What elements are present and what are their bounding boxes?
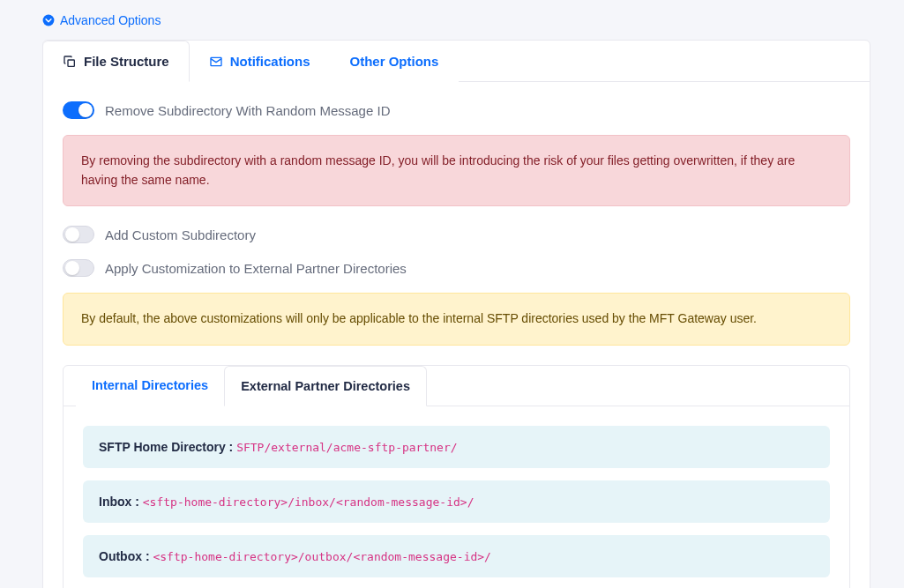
directory-subtabs: Internal Directories External Partner Di… (63, 365, 850, 588)
toggle-row-add-custom: Add Custom Subdirectory (63, 226, 850, 243)
path-label: Outbox : (99, 549, 150, 563)
tab-label: Other Options (350, 54, 439, 69)
toggle-label: Remove Subdirectory With Random Message … (105, 103, 390, 118)
path-box-home: SFTP Home Directory : SFTP/external/acme… (83, 426, 830, 468)
svg-rect-1 (68, 60, 74, 66)
toggle-knob (65, 261, 79, 275)
subtab-internal-directories[interactable]: Internal Directories (76, 366, 224, 406)
copy-icon (63, 55, 77, 69)
path-box-inbox: Inbox : <sftp-home-directory>/inbox/<ran… (83, 480, 830, 523)
tab-label: File Structure (84, 54, 169, 69)
toggle-knob (78, 103, 93, 117)
path-label: SFTP Home Directory : (99, 440, 233, 454)
path-label: Inbox : (99, 495, 139, 509)
tab-file-structure[interactable]: File Structure (43, 41, 190, 82)
tabs-container: File Structure Notifications Other Optio… (42, 40, 870, 588)
alert-default-scope: By default, the above customizations wil… (63, 293, 850, 346)
alert-overwrite-risk: By removing the subdirectory with a rand… (63, 135, 850, 206)
toggle-remove-subdirectory[interactable] (63, 101, 94, 119)
tab-notifications[interactable]: Notifications (190, 41, 331, 82)
toggle-apply-external[interactable] (63, 259, 94, 277)
toggle-label: Add Custom Subdirectory (105, 227, 256, 242)
tab-body-file-structure: Remove Subdirectory With Random Message … (43, 82, 870, 588)
chevron-down-icon (42, 14, 55, 26)
subtab-external-partner-directories[interactable]: External Partner Directories (224, 366, 427, 406)
advanced-options-label: Advanced Options (60, 13, 161, 27)
tabs-bar: File Structure Notifications Other Optio… (43, 41, 870, 82)
toggle-row-apply-external: Apply Customization to External Partner … (63, 259, 850, 277)
tab-label: Notifications (230, 54, 310, 69)
toggle-label: Apply Customization to External Partner … (105, 261, 407, 276)
subtabs-bar: Internal Directories External Partner Di… (64, 366, 849, 406)
path-value: SFTP/external/acme-sftp-partner/ (236, 441, 457, 454)
path-value: <sftp-home-directory>/outbox/<random-mes… (153, 550, 491, 563)
toggle-row-remove-subdir: Remove Subdirectory With Random Message … (63, 101, 850, 119)
advanced-options-toggle[interactable]: Advanced Options (42, 13, 161, 27)
tab-other-options[interactable]: Other Options (331, 41, 459, 82)
path-value: <sftp-home-directory>/inbox/<random-mess… (143, 495, 474, 509)
toggle-add-custom-subdirectory[interactable] (63, 226, 94, 243)
envelope-icon (209, 55, 223, 69)
toggle-knob (65, 227, 79, 242)
svg-point-0 (43, 15, 55, 26)
subtab-body-external: SFTP Home Directory : SFTP/external/acme… (64, 406, 849, 588)
path-box-outbox: Outbox : <sftp-home-directory>/outbox/<r… (83, 535, 830, 577)
